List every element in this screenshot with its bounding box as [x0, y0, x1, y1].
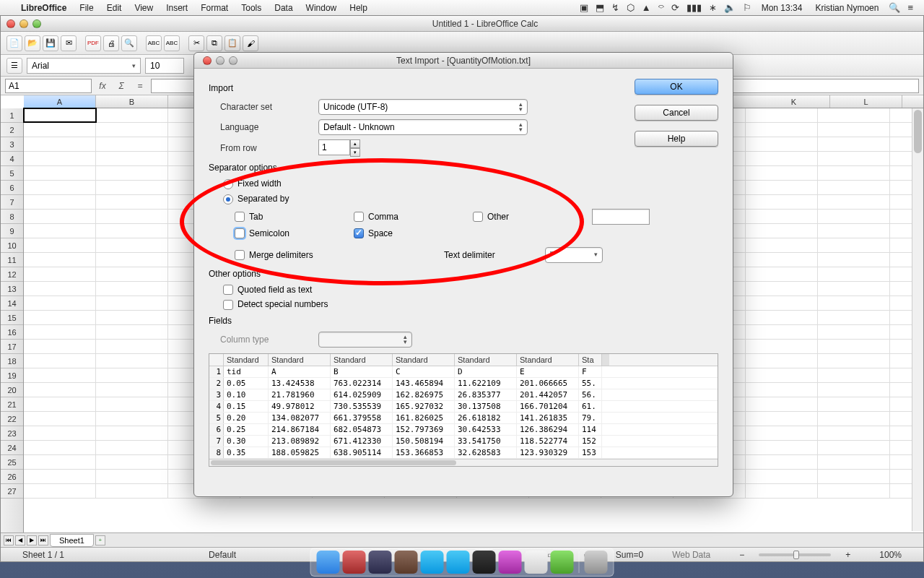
battery-icon[interactable]: ▮▮▮ [683, 2, 705, 13]
next-sheet-button[interactable]: ▶ [27, 535, 37, 545]
clock[interactable]: Mon 13:34 [755, 3, 809, 13]
first-sheet-button[interactable]: ⏮ [4, 535, 14, 545]
app-icon[interactable] [473, 551, 496, 574]
print-button[interactable]: 🖨 [103, 35, 119, 51]
user-menu[interactable]: Kristian Nymoen [808, 3, 885, 13]
vertical-scrollbar[interactable] [912, 108, 923, 531]
zoom-slider[interactable] [759, 553, 831, 556]
open-button[interactable]: 📂 [25, 35, 40, 51]
app-menu[interactable]: LibreOffice [14, 3, 73, 13]
dropbox-icon[interactable]: ⬡ [623, 2, 638, 13]
styles-button[interactable]: ☰ [6, 58, 22, 74]
dialog-titlebar[interactable]: Text Import - [QuantityOfMotion.txt] [194, 53, 733, 69]
tab-checkbox[interactable]: Tab [235, 212, 354, 222]
bluetooth-icon[interactable]: ∗ [705, 2, 720, 13]
col-header-l[interactable]: L [830, 95, 902, 108]
font-name-combo[interactable]: Arial ▾ [27, 58, 141, 74]
skype-icon[interactable] [421, 551, 444, 574]
col-header-k[interactable]: K [758, 95, 830, 108]
merge-delim-checkbox[interactable]: Merge delimiters [235, 250, 444, 260]
language-select[interactable]: Default - Unknown ▴▾ [318, 119, 528, 135]
row-headers[interactable]: 1234567891011121314151617181920212223242… [1, 108, 24, 532]
separated-by-radio[interactable]: Separated by [223, 194, 289, 204]
comma-checkbox[interactable]: Comma [354, 212, 473, 222]
new-doc-button[interactable]: 📄 [6, 35, 22, 51]
libreoffice-icon[interactable] [551, 551, 574, 574]
equals-button[interactable]: = [132, 79, 148, 93]
app-icon[interactable] [447, 551, 470, 574]
timemachine-icon[interactable]: ⟳ [668, 2, 683, 13]
function-wizard-button[interactable]: fx [95, 79, 110, 93]
help-button[interactable]: Help [635, 131, 718, 147]
save-button[interactable]: 💾 [43, 35, 58, 51]
paste-button[interactable]: 📋 [225, 35, 240, 51]
menu-edit[interactable]: Edit [100, 3, 128, 13]
cloud-icon[interactable]: ⬒ [592, 2, 608, 13]
sync-icon[interactable]: ↯ [608, 2, 623, 13]
app-icon[interactable] [343, 551, 366, 574]
copy-button[interactable]: ⧉ [206, 35, 222, 51]
sum-button[interactable]: Σ [113, 79, 129, 93]
menu-file[interactable]: File [73, 3, 100, 13]
screen-icon[interactable]: ▣ [576, 2, 592, 13]
dialog-close-button[interactable] [203, 56, 212, 65]
app-icon[interactable] [395, 551, 418, 574]
font-size-combo[interactable]: 10 [145, 58, 184, 74]
menu-format[interactable]: Format [194, 3, 235, 13]
preview-table[interactable]: StandardStandardStandardStandardStandard… [209, 353, 718, 467]
cancel-button[interactable]: Cancel [635, 105, 718, 121]
zoom-button[interactable] [32, 20, 41, 28]
charset-select[interactable]: Unicode (UTF-8) ▴▾ [318, 99, 528, 115]
sheet-tab[interactable]: Sheet1 [50, 534, 94, 547]
semicolon-checkbox[interactable]: Semicolon [235, 228, 354, 238]
email-button[interactable]: ✉ [61, 35, 77, 51]
preview-button[interactable]: 🔍 [121, 35, 137, 51]
fixed-width-radio[interactable]: Fixed width [223, 178, 282, 189]
name-box[interactable]: A1 [5, 79, 92, 93]
minimize-button[interactable] [19, 20, 28, 28]
menu-help[interactable]: Help [343, 3, 374, 13]
quoted-field-checkbox[interactable]: Quoted field as text [223, 285, 312, 296]
text-delim-select[interactable]: " ▾ [545, 247, 603, 263]
menu-insert[interactable]: Insert [160, 3, 194, 13]
volume-icon[interactable]: 🔈 [720, 2, 739, 13]
wifi-icon[interactable]: ⌔ [655, 2, 668, 13]
app-icon[interactable] [499, 551, 522, 574]
from-row-input[interactable] [318, 139, 350, 155]
from-row-spinner[interactable]: ▴▾ [318, 139, 360, 157]
auto-spell-button[interactable]: ABC [164, 35, 180, 51]
spotlight-icon[interactable]: 🔍 [885, 2, 904, 13]
close-button[interactable] [6, 20, 15, 28]
spinner-up[interactable]: ▴ [350, 139, 360, 148]
zoom-level[interactable]: 100% [865, 550, 916, 560]
menu-window[interactable]: Window [300, 3, 344, 13]
col-header-a[interactable]: A [24, 95, 96, 108]
other-checkbox[interactable]: Other [473, 212, 592, 222]
last-sheet-button[interactable]: ⏭ [38, 535, 48, 545]
trash-icon[interactable] [585, 551, 608, 574]
pdf-button[interactable]: PDF [85, 35, 101, 51]
format-paint-button[interactable]: 🖌 [243, 35, 258, 51]
page-style[interactable]: Default [194, 550, 250, 560]
zoom-out-button[interactable]: − [725, 550, 759, 560]
col-header-b[interactable]: B [96, 95, 168, 108]
menu-tools[interactable]: Tools [235, 3, 268, 13]
drive-icon[interactable]: ▲ [638, 2, 655, 13]
dock[interactable] [310, 548, 614, 577]
menu-view[interactable]: View [128, 3, 160, 13]
app-icon[interactable] [369, 551, 392, 574]
window-controls[interactable] [1, 17, 47, 31]
menu-data[interactable]: Data [268, 3, 299, 13]
add-sheet-button[interactable]: + [95, 535, 105, 545]
zoom-in-button[interactable]: + [831, 550, 865, 560]
prev-sheet-button[interactable]: ◀ [15, 535, 25, 545]
other-separator-input[interactable] [592, 209, 650, 225]
cut-button[interactable]: ✂ [188, 35, 204, 51]
finder-icon[interactable] [317, 551, 340, 574]
spinner-down[interactable]: ▾ [350, 148, 360, 157]
notifications-icon[interactable]: ≡ [904, 2, 917, 13]
globe-icon[interactable]: ⚐ [739, 2, 755, 13]
detect-numbers-checkbox[interactable]: Detect special numbers [223, 299, 328, 310]
ok-button[interactable]: OK [635, 79, 718, 95]
space-checkbox[interactable]: Space [354, 228, 473, 238]
